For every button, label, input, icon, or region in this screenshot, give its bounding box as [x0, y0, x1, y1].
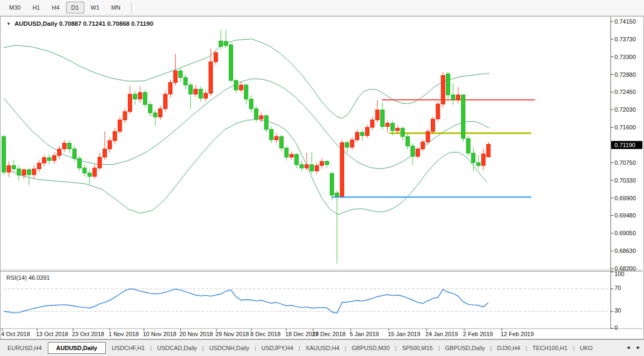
candle-body — [365, 127, 369, 136]
timeframe-button-h1[interactable]: H1 — [27, 2, 45, 13]
timeframe-button-m30[interactable]: M30 — [4, 2, 26, 13]
candle-body — [416, 149, 419, 156]
rsi-scale-label: 70 — [614, 285, 621, 291]
candle-body — [194, 89, 198, 94]
time-label: 8 Dec 2018 — [250, 331, 280, 337]
candle-body — [421, 142, 425, 149]
trading-platform: { "toolbar": { "timeframes": [ {"label":… — [0, 0, 644, 356]
candle-body — [169, 83, 172, 95]
time-label: 29 Nov 2018 — [215, 331, 249, 337]
rsi-scale-label: 30 — [614, 307, 621, 314]
candle-body — [32, 169, 36, 175]
tab-sp500-m15[interactable]: SP500,M15 — [397, 342, 437, 354]
time-label: 1 Nov 2018 — [108, 331, 139, 337]
timeframe-button-mn[interactable]: MN — [106, 2, 126, 13]
candle-body — [426, 132, 430, 142]
candle-body — [274, 136, 278, 140]
candle-body — [431, 119, 435, 132]
candle-body — [255, 108, 258, 119]
symbol-tabbar: EURUSD,H4AUDUSD,DailyUSDCHF,H1|USDCAD,Da… — [0, 339, 644, 356]
candle-body — [47, 158, 51, 161]
tab-xauusd-h4[interactable]: XAUUSD,H4 — [301, 342, 344, 354]
candle-body — [295, 154, 299, 164]
timeframe-button-w1[interactable]: W1 — [85, 2, 105, 13]
candle-body — [472, 153, 475, 163]
candle-body — [163, 94, 167, 108]
candle-body — [239, 85, 243, 90]
time-label: 10 Nov 2018 — [143, 331, 176, 337]
rsi-gridlines — [4, 289, 611, 311]
tab-eurusd-h4[interactable]: EURUSD,H4 — [3, 342, 47, 354]
candle-body — [482, 154, 486, 166]
candles-layer[interactable] — [2, 30, 490, 264]
price-label: 0.73730 — [614, 36, 636, 42]
price-label: 0.74150 — [614, 18, 636, 25]
candle-body — [441, 76, 445, 104]
rsi-axis[interactable]: 10070300 — [611, 271, 624, 331]
candle-body — [401, 128, 404, 137]
candle-body — [280, 136, 284, 148]
price-label: 0.70750 — [614, 159, 636, 166]
tab-usdchf-h1[interactable]: USDCHF,H1 — [107, 342, 150, 354]
time-label: 5 Jan 2019 — [350, 331, 379, 337]
candle-body — [12, 165, 16, 169]
candle-body — [386, 123, 389, 126]
candle-body — [406, 136, 410, 146]
candle-body — [249, 99, 253, 109]
candle-body — [73, 149, 76, 158]
tab-gbpusd-daily[interactable]: GBPUSD,Daily — [440, 342, 490, 354]
timeframe-button-h4[interactable]: H4 — [46, 2, 64, 13]
time-label: 2 Feb 2019 — [463, 331, 493, 337]
bollinger-bands — [4, 39, 489, 215]
symbol-dropdown-icon[interactable]: ▼ — [6, 21, 11, 26]
candle-body — [264, 116, 268, 130]
chart-title-overlay: ▼AUDUSD,Daily 0.70887 0.71241 0.70868 0.… — [6, 20, 153, 281]
candle-body — [53, 156, 56, 161]
candle-body — [356, 132, 359, 140]
tab-dj30-h4[interactable]: DJ30,H4 — [493, 342, 525, 354]
candle-body — [259, 116, 263, 119]
time-label: 12 Feb 2019 — [501, 331, 534, 337]
chart-canvas[interactable]: 0.741500.737300.733000.728800.724500.720… — [1, 17, 642, 338]
candle-body — [108, 141, 112, 149]
tab-tech100-h1[interactable]: TECH100,H1 — [527, 342, 572, 354]
price-axis[interactable]: 0.741500.737300.733000.728800.724500.720… — [611, 18, 642, 272]
candle-body — [350, 140, 354, 147]
candle-body — [123, 112, 127, 120]
time-label: 20 Nov 2018 — [179, 331, 213, 337]
tab-scroll-left-icon[interactable]: ◄ — [626, 345, 631, 350]
tab-gbpusd-m30[interactable]: GBPUSD,M30 — [347, 342, 395, 354]
candle-body — [476, 163, 480, 165]
candle-body — [436, 104, 440, 119]
candle-body — [158, 108, 162, 117]
rsi-scale-label: 0 — [614, 324, 618, 331]
candle-body — [234, 81, 238, 90]
tab-uko[interactable]: UKO — [575, 342, 598, 354]
candle-body — [315, 165, 319, 171]
tab-audusd-daily[interactable]: AUDUSD,Daily — [48, 342, 106, 354]
candle-body — [138, 92, 142, 99]
tab-usdcad-daily[interactable]: USDCAD,Daily — [153, 342, 202, 354]
time-axis[interactable]: 4 Oct 201813 Oct 201823 Oct 20181 Nov 20… — [1, 329, 534, 337]
tab-usdcnh-daily[interactable]: USDCNH,Daily — [204, 342, 254, 354]
candle-body — [360, 132, 364, 135]
candle-body — [93, 168, 97, 177]
chart-title: AUDUSD,Daily 0.70887 0.71241 0.70868 0.7… — [15, 20, 153, 27]
candle-body — [179, 71, 183, 77]
rsi-indicator-label: RSI(14) 46.0391 — [6, 274, 50, 281]
candle-body — [128, 94, 132, 112]
candle-body — [381, 110, 385, 127]
candle-body — [244, 85, 248, 99]
candle-body — [189, 85, 192, 94]
price-label: 0.71600 — [614, 124, 636, 130]
tab-scroll-right-icon[interactable]: ► — [636, 345, 641, 350]
candle-body — [396, 128, 400, 131]
price-label: 0.72030 — [614, 106, 636, 113]
candle-body — [446, 74, 450, 95]
candle-body — [42, 158, 46, 163]
timeframe-button-d1[interactable]: D1 — [66, 2, 84, 13]
candle-body — [27, 170, 31, 175]
horizontal-lines[interactable] — [331, 100, 535, 197]
candle-body — [83, 168, 86, 173]
tab-usdjpy-h4[interactable]: USDJPY,H4 — [257, 342, 298, 354]
